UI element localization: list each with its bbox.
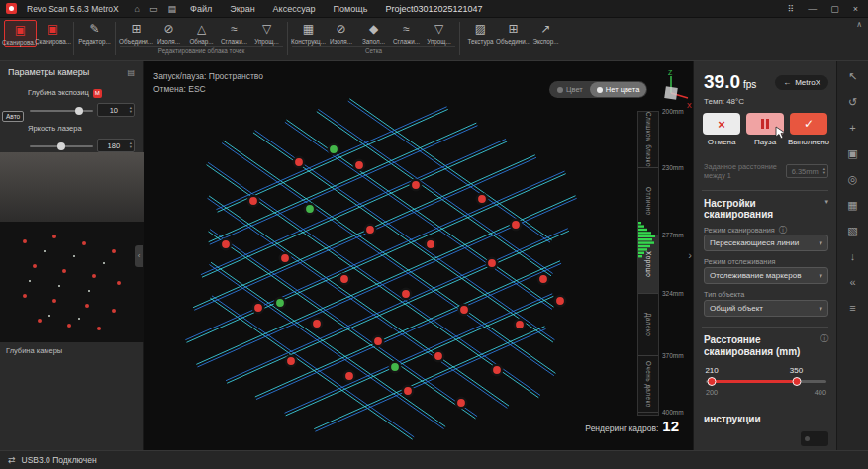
depth-camera-preview xyxy=(0,222,144,342)
collapse-strip-icon[interactable]: « xyxy=(849,277,855,288)
rgb-camera-preview xyxy=(0,152,144,222)
display-icon[interactable]: ▭ xyxy=(149,4,158,14)
color-option[interactable]: Цвет xyxy=(550,82,590,97)
toolbar-separator xyxy=(459,22,460,55)
slider-handle-low[interactable] xyxy=(708,377,717,386)
menu-tool-icon[interactable]: ≡ xyxy=(849,303,855,314)
cancel-button[interactable]: × Отмена xyxy=(702,113,741,146)
toolbar-collapse-icon[interactable]: ∧ xyxy=(856,20,862,29)
main-toolbar: ▣ Сканирова... ▣ Сканирова... ✎ Редактор… xyxy=(0,18,868,61)
menu-file[interactable]: Файл xyxy=(190,4,212,14)
device-button[interactable]: ← MetroX xyxy=(775,75,828,90)
rotate-tool-icon[interactable]: ↺ xyxy=(848,97,857,108)
scan-mode-select[interactable]: Пересекающиеся линии ▾ xyxy=(704,234,828,251)
laser-input[interactable]: 180 ▴▾ xyxy=(97,139,135,152)
zone-very-far: Очень далеко xyxy=(638,356,658,413)
exposure-slider[interactable] xyxy=(30,110,93,112)
home-icon[interactable]: ⌂ xyxy=(135,4,140,14)
marker-tool-icon[interactable]: ◎ xyxy=(848,174,858,185)
toolbar-isolate-button[interactable]: ⊘ Изоля... xyxy=(152,20,185,45)
toolbar-detect-button[interactable]: △ Обнар... xyxy=(185,20,218,45)
menu-screen[interactable]: Экран xyxy=(230,4,254,14)
pause-button[interactable]: Пауза xyxy=(745,113,785,146)
laser-slider-handle[interactable] xyxy=(57,142,65,150)
color-dot-icon xyxy=(557,87,563,93)
toolbar-mesh-isolate-button[interactable]: ⊘ Изоля... xyxy=(325,20,357,45)
panel-collapse-chevron[interactable]: ‹ xyxy=(135,245,143,267)
app-title: Revo Scan 5.6.3 MetroX xyxy=(27,4,119,14)
toolbar-scan-button[interactable]: ▣ Сканирова... xyxy=(4,20,37,47)
exposure-label: Глубина экспозиц xyxy=(28,88,89,97)
slider-handle-high[interactable] xyxy=(792,377,801,386)
copy-icon[interactable]: ▤ xyxy=(127,68,135,77)
scan-canvas xyxy=(144,61,693,450)
simplify-icon: ▽ xyxy=(262,22,271,37)
menu-accessory[interactable]: Аксессуар xyxy=(273,4,316,14)
toolbar-editor-button[interactable]: ✎ Редактор... xyxy=(78,20,111,45)
scan-distance-slider[interactable]: 210 350 200 400 xyxy=(706,366,826,400)
slider-min-label: 200 xyxy=(706,388,718,397)
line-distance-input[interactable]: 6.35mm ▴▾ xyxy=(786,164,828,178)
depth-camera-label: Глубина камеры xyxy=(6,346,62,355)
scan-viewport[interactable]: Запуск/пауза: Пространство Отмена: ESC Ц… xyxy=(144,61,693,450)
instructions-header[interactable]: инструкции xyxy=(704,414,828,424)
instructions-thumbnail[interactable] xyxy=(801,431,828,446)
merge-icon: ⊞ xyxy=(131,22,141,37)
toolbar-texture-button[interactable]: ▨ Текстура xyxy=(464,20,497,45)
simplify-icon: ▽ xyxy=(434,22,443,37)
scale-tick: 200mm xyxy=(662,108,684,115)
axis-gizmo[interactable]: Z X xyxy=(650,67,693,111)
exposure-input[interactable]: 10 ▴▾ xyxy=(97,103,135,117)
hint-start-pause: Запуск/пауза: Пространство xyxy=(153,70,263,83)
toolbar-simplify-button[interactable]: ▽ Упрощ... xyxy=(250,20,283,45)
toolbar-scan2-button[interactable]: ▣ Сканирова... xyxy=(37,20,69,47)
cursor-tool-icon[interactable]: ↖ xyxy=(848,71,857,82)
pan-tool-icon[interactable]: + xyxy=(849,123,855,134)
clip-tool-icon[interactable]: ▧ xyxy=(847,226,857,236)
toolbar-mesh-smooth-button[interactable]: ≈ Сглажи... xyxy=(390,20,423,45)
toolbar-merge2-button[interactable]: ⊞ Объедини... xyxy=(497,20,530,45)
toolbar-export-button[interactable]: ↗ Экспор... xyxy=(530,20,562,45)
scan-settings-header[interactable]: Настройки сканирования ▾ xyxy=(704,198,828,220)
distance-histogram xyxy=(638,222,658,263)
spinner-arrows-icon[interactable]: ▴▾ xyxy=(823,167,827,176)
minimize-button[interactable]: — xyxy=(808,4,817,14)
divider xyxy=(702,190,828,191)
done-button[interactable]: ✓ Выполнено xyxy=(789,113,828,146)
no-color-option[interactable]: Нет цвета xyxy=(590,82,647,97)
group-label-point-cloud: Редактирование облака точек xyxy=(120,46,283,55)
usb-icon: ⇄ xyxy=(8,455,16,465)
exposure-slider-handle[interactable] xyxy=(75,107,83,115)
spinner-arrows-icon[interactable]: ▴▾ xyxy=(130,106,134,115)
toolbar-smooth-button[interactable]: ≈ Сглажи... xyxy=(218,20,250,45)
close-button[interactable]: × xyxy=(853,4,858,14)
scan-mode-label: Режим сканирования xyxy=(704,226,775,234)
download-tool-icon[interactable]: ↓ xyxy=(850,251,856,262)
toolbar-fill-button[interactable]: ◆ Запол... xyxy=(357,20,390,45)
viewport-tool-strip: ↖ ↺ + ▣ ◎ ▦ ▧ ↓ « ≡ xyxy=(836,61,868,450)
menu-help[interactable]: Помощь xyxy=(334,4,368,14)
info-icon[interactable]: ⓘ xyxy=(820,334,828,344)
slider-track[interactable] xyxy=(706,380,826,383)
titlebar: Revo Scan 5.6.3 MetroX ⌂ ▭ ▤ Файл Экран … xyxy=(0,0,868,18)
app-logo-icon xyxy=(6,3,17,14)
mesh-tool-icon[interactable]: ▦ xyxy=(847,200,857,211)
mouse-cursor xyxy=(775,126,787,140)
shortcut-hints: Запуск/пауза: Пространство Отмена: ESC xyxy=(153,70,263,96)
toolbar-mesh-simplify-button[interactable]: ▽ Упрощ... xyxy=(423,20,455,45)
object-type-select[interactable]: Общий объект ▾ xyxy=(704,300,828,317)
auto-tab[interactable]: Авто xyxy=(2,111,24,122)
maximize-button[interactable]: ▢ xyxy=(830,4,839,14)
toolbar-merge-button[interactable]: ⊞ Объедини... xyxy=(120,20,152,45)
expand-panel-chevron[interactable]: › xyxy=(688,249,692,261)
toolbar-construct-button[interactable]: ▦ Конструкц... xyxy=(292,20,325,45)
apps-grid-icon[interactable]: ⠿ xyxy=(788,4,795,14)
folder-icon[interactable]: ▤ xyxy=(168,4,177,14)
laser-slider[interactable] xyxy=(30,145,93,147)
scale-tick: 324mm xyxy=(662,290,684,297)
tracking-mode-select[interactable]: Отслеживание маркеров ▾ xyxy=(704,267,828,284)
fit-view-tool-icon[interactable]: ▣ xyxy=(847,148,857,159)
spinner-arrows-icon[interactable]: ▴▾ xyxy=(130,141,134,150)
editor-icon: ✎ xyxy=(89,22,99,37)
color-mode-toggle[interactable]: Цвет Нет цвета xyxy=(549,81,647,98)
